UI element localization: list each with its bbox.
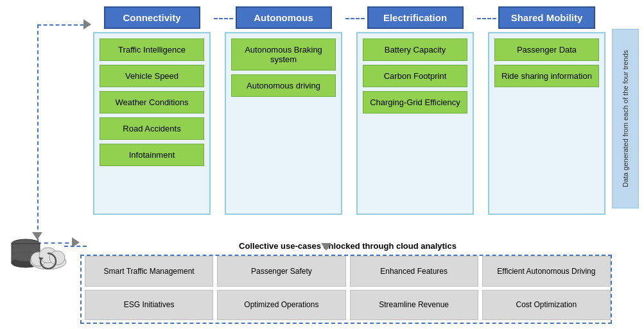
- item-weather-conditions: Weather Conditions: [100, 91, 204, 114]
- col-body-connectivity: Traffic Intelligence Vehicle Speed Weath…: [93, 32, 211, 215]
- svg-marker-9: [39, 257, 44, 261]
- item-smart-traffic: Smart Traffic Management: [85, 256, 213, 287]
- header-connectivity: Connectivity: [104, 6, 200, 29]
- side-label: Data generated from each of the four tre…: [612, 29, 639, 208]
- bottom-label: Collective use-cases unlocked through cl…: [83, 241, 612, 251]
- item-charging-grid: Charging-Grid Efficiency: [363, 91, 467, 114]
- item-efficient-autonomous: Efficient Autonomous Driving: [482, 256, 611, 287]
- connector-1-2: [214, 18, 233, 19]
- header-shared-mobility: Shared Mobility: [498, 6, 596, 29]
- item-vehicle-speed: Vehicle Speed: [100, 65, 204, 87]
- bottom-row-2: ESG Initiatives Optimized Operations Str…: [85, 290, 611, 321]
- col-body-electrification: Battery Capacity Carbon Footprint Chargi…: [356, 32, 474, 215]
- bottom-row-1: Smart Traffic Management Passenger Safet…: [85, 256, 611, 287]
- header-autonomous: Autonomous: [236, 6, 332, 29]
- connector-3-4: [477, 18, 496, 19]
- db-cloud-icon: [6, 231, 71, 279]
- item-battery-capacity: Battery Capacity: [363, 38, 467, 61]
- item-ride-sharing: Ride sharing information: [494, 65, 599, 87]
- top-horizontal-line: [37, 24, 90, 26]
- item-enhanced-features: Enhanced Features: [350, 256, 478, 287]
- item-traffic-intelligence: Traffic Intelligence: [100, 38, 204, 61]
- item-passenger-safety: Passenger Safety: [217, 256, 345, 287]
- column-connectivity: Connectivity Traffic Intelligence Vehicl…: [90, 6, 214, 215]
- connector-2-3: [345, 18, 365, 19]
- item-road-accidents: Road Accidents: [100, 117, 204, 140]
- header-electrification: Electrification: [367, 6, 464, 29]
- item-esg: ESG Initiatives: [85, 290, 213, 321]
- item-infotainment: Infotainment: [100, 144, 204, 166]
- item-carbon-footprint: Carbon Footprint: [363, 65, 467, 87]
- db-to-bottom-line: [64, 246, 87, 247]
- center-down-arrow: [321, 242, 331, 253]
- left-vertical-line: [37, 24, 39, 242]
- db-arrow-right: [72, 237, 80, 250]
- item-streamline-revenue: Streamline Revenue: [350, 290, 478, 321]
- main-diagram: Connectivity Traffic Intelligence Vehicl…: [0, 0, 644, 329]
- column-electrification: Electrification Battery Capacity Carbon …: [353, 6, 477, 215]
- column-shared-mobility: Shared Mobility Passenger Data Ride shar…: [485, 6, 609, 215]
- bottom-grid: Smart Traffic Management Passenger Safet…: [85, 256, 611, 320]
- columns-container: Connectivity Traffic Intelligence Vehicl…: [90, 6, 609, 215]
- item-autonomous-driving: Autonomous driving: [231, 74, 336, 97]
- item-optimized-operations: Optimized Operations: [217, 290, 345, 321]
- item-passenger-data: Passenger Data: [494, 38, 599, 61]
- item-cost-optimization: Cost Optimization: [482, 290, 611, 321]
- column-autonomous: Autonomous Autonomous Braking system Aut…: [222, 6, 345, 215]
- refresh-icon: [39, 251, 58, 271]
- col-body-autonomous: Autonomous Braking system Autonomous dri…: [225, 32, 342, 215]
- item-autonomous-braking: Autonomous Braking system: [231, 38, 336, 71]
- col-body-shared-mobility: Passenger Data Ride sharing information: [488, 32, 605, 215]
